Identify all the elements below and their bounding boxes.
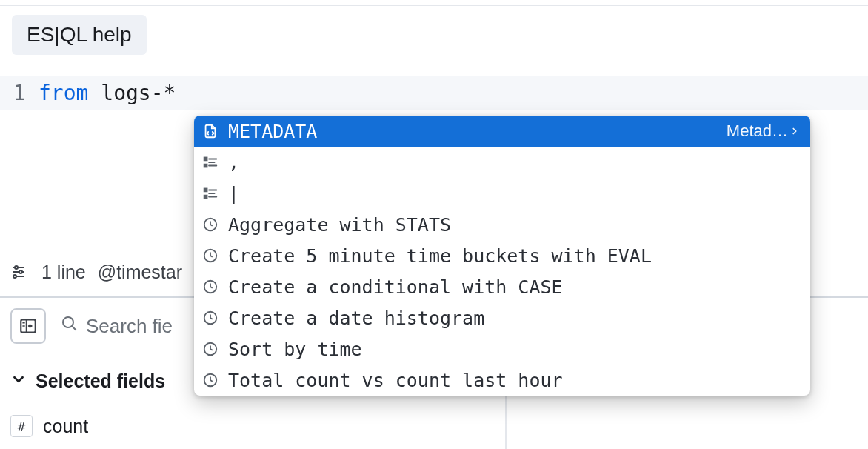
number-field-icon: # bbox=[10, 415, 33, 437]
code-rest: logs-* bbox=[88, 81, 176, 105]
esql-help-label: ES|QL help bbox=[27, 23, 132, 47]
autocomplete-item-label: Sort by time bbox=[228, 339, 800, 360]
settings-icon[interactable] bbox=[7, 261, 30, 283]
field-search-input[interactable]: Search fie bbox=[61, 315, 173, 338]
list-icon bbox=[201, 184, 219, 202]
svg-rect-0 bbox=[204, 158, 207, 161]
search-icon bbox=[61, 315, 79, 338]
autocomplete-item-label: | bbox=[228, 183, 800, 204]
keyword-from: from bbox=[39, 81, 88, 105]
autocomplete-item-label: Create a date histogram bbox=[228, 307, 800, 329]
autocomplete-item[interactable]: Sort by time bbox=[194, 333, 810, 365]
code-line-1[interactable]: 1 from logs-* bbox=[0, 76, 868, 110]
clock-icon bbox=[201, 371, 219, 389]
code-content: from logs-* bbox=[39, 81, 176, 105]
autocomplete-item[interactable]: METADATAMetad… bbox=[194, 116, 810, 147]
snippet-icon bbox=[201, 122, 219, 140]
autocomplete-item[interactable]: Create 5 minute time buckets with EVAL bbox=[194, 240, 810, 271]
svg-point-21 bbox=[13, 275, 16, 278]
chevron-down-icon bbox=[10, 370, 27, 392]
autocomplete-item[interactable]: | bbox=[194, 178, 810, 209]
clock-icon bbox=[201, 309, 219, 327]
autocomplete-item-label: Total count vs count last hour bbox=[228, 370, 800, 391]
search-placeholder: Search fie bbox=[86, 315, 173, 338]
autocomplete-item-label: , bbox=[228, 152, 800, 173]
field-item-count[interactable]: # count bbox=[10, 415, 88, 437]
svg-rect-7 bbox=[204, 196, 207, 199]
autocomplete-item-label: Create a conditional with CASE bbox=[228, 276, 800, 298]
autocomplete-item[interactable]: Aggregate with STATS bbox=[194, 209, 810, 240]
selected-fields-section-header[interactable]: Selected fields bbox=[10, 370, 165, 392]
selected-fields-label: Selected fields bbox=[36, 370, 165, 392]
autocomplete-item-label: METADATA bbox=[228, 121, 718, 142]
svg-line-25 bbox=[72, 326, 76, 330]
clock-icon bbox=[201, 278, 219, 296]
clock-icon bbox=[201, 216, 219, 233]
autocomplete-item-label: Create 5 minute time buckets with EVAL bbox=[228, 245, 800, 267]
query-editor[interactable]: 1 from logs-* METADATAMetad…,|Aggregate … bbox=[0, 76, 868, 110]
autocomplete-item[interactable]: Create a conditional with CASE bbox=[194, 271, 810, 302]
esql-help-chip[interactable]: ES|QL help bbox=[12, 15, 147, 55]
svg-point-17 bbox=[15, 266, 18, 269]
autocomplete-hint: Metad… bbox=[727, 122, 800, 141]
line-number: 1 bbox=[9, 81, 39, 105]
clock-icon bbox=[201, 340, 219, 358]
svg-rect-5 bbox=[204, 189, 207, 192]
fields-panel-toggle-button[interactable] bbox=[10, 308, 46, 344]
autocomplete-item[interactable]: , bbox=[194, 147, 810, 178]
autocomplete-item[interactable]: Total count vs count last hour bbox=[194, 365, 810, 396]
field-name: count bbox=[43, 416, 88, 437]
autocomplete-popup[interactable]: METADATAMetad…,|Aggregate with STATSCrea… bbox=[194, 116, 810, 396]
status-timestamp: @timestar bbox=[98, 262, 182, 283]
svg-rect-2 bbox=[204, 164, 207, 167]
svg-point-19 bbox=[19, 270, 22, 273]
svg-point-24 bbox=[63, 317, 73, 327]
chevron-right-icon bbox=[789, 122, 800, 141]
autocomplete-item[interactable]: Create a date histogram bbox=[194, 302, 810, 333]
autocomplete-item-label: Aggregate with STATS bbox=[228, 214, 800, 236]
list-icon bbox=[201, 153, 219, 171]
status-lines: 1 line bbox=[41, 262, 86, 283]
clock-icon bbox=[201, 247, 219, 265]
